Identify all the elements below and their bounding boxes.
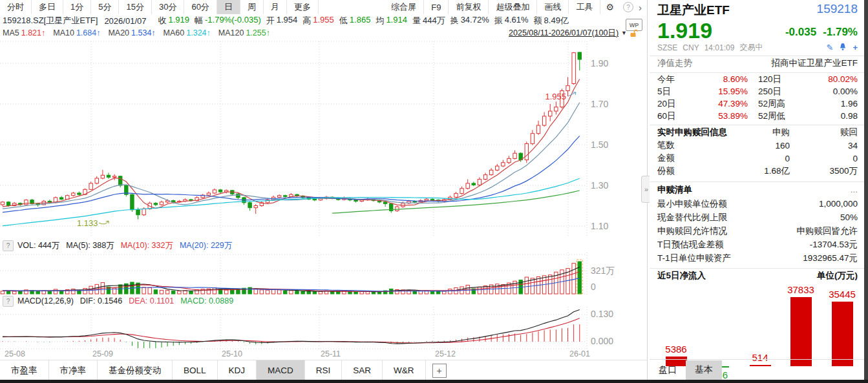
legend-item: MA(10): 332万 — [121, 240, 173, 251]
quote-field-value: 8.49亿 — [544, 15, 569, 26]
macd-chart[interactable]: 0.1300.000 — [0, 307, 647, 349]
unlock-icon[interactable] — [630, 29, 638, 37]
perf-value: 0.00% — [801, 87, 858, 96]
period-tab-分时[interactable]: 分时 — [0, 0, 32, 14]
more-ellipsis[interactable]: ... — [851, 185, 858, 194]
candlestick-chart[interactable]: 1.901.701.501.301.101.9551.133 — [0, 39, 647, 239]
last-price: 1.919 — [657, 20, 712, 41]
fund-name: 卫星产业ETF — [657, 2, 730, 19]
quote-time: 14:01:09 — [704, 43, 735, 52]
x-axis-label: 25-10 — [222, 349, 242, 358]
date-range-label[interactable]: 2025/08/11-2026/01/07(100日) — [509, 28, 619, 39]
performance-row: 20日47.39%52周高1.96 — [650, 98, 864, 110]
redemption-row-label: T-1日单位申赎资产 — [657, 253, 731, 264]
toolbar-right: 综合屏F9前复权超级叠加画线工具 ⚙ ? › — [384, 0, 647, 14]
edit-icon[interactable]: ✎ — [827, 43, 834, 52]
tool-button-超级叠加[interactable]: 超级叠加 — [489, 0, 537, 14]
quote-fields: 收1.919幅-1.79%(-0.035)开1.954高1.955低1.865均… — [153, 15, 568, 26]
chevron-right-icon[interactable]: › — [637, 2, 647, 13]
indicator-tab-RSI[interactable]: RSI — [305, 360, 343, 380]
alert-bell-icon[interactable] — [839, 43, 847, 53]
perf-label: 120日 — [758, 74, 801, 85]
netflow-bar — [832, 302, 853, 366]
volume-chart[interactable]: 321万0 — [0, 253, 647, 295]
perf-label: 60日 — [657, 110, 691, 122]
macd-help-icon[interactable]: ? — [3, 296, 14, 307]
redemption-row-value: 申购赎回皆允许 — [797, 225, 858, 237]
indicator-tab-市净率[interactable]: 市净率 — [49, 360, 98, 380]
svg-text:1.10: 1.10 — [591, 221, 608, 231]
redemption-row: T-1日单位申赎资产1932965.47元 — [650, 251, 864, 265]
ma-value: 1.534↑ — [131, 28, 156, 37]
sub-row-label: 金额 — [657, 152, 703, 164]
quote-field-label: 振 — [494, 15, 503, 26]
indicator-tab-KDJ[interactable]: KDJ — [218, 360, 257, 380]
perf-label: 250日 — [758, 86, 801, 98]
quote-field-label: 幅 — [195, 15, 203, 26]
quote-field-value: 1.955 — [313, 15, 334, 26]
ma-label: MA5 — [3, 28, 19, 37]
indicator-tab-MACD[interactable]: MACD — [257, 360, 305, 380]
tool-button-工具[interactable]: 工具 — [569, 0, 600, 14]
tool-button-F9[interactable]: F9 — [424, 0, 449, 14]
period-tab-周[interactable]: 周 — [240, 0, 264, 14]
indicator-tabbar: 市盈率市净率基金份额变动BOLLKDJMACDRSISARW&R+ — [0, 360, 647, 380]
ma-legend-MA10: MA101.684↑ — [53, 28, 100, 37]
add-indicator-button[interactable]: + — [432, 364, 447, 378]
ma-legend-MA120: MA1201.255↑ — [218, 28, 270, 37]
tool-button-画线[interactable]: 画线 — [537, 0, 569, 14]
indicator-tab-W&R[interactable]: W&R — [383, 360, 426, 380]
ma-legend-MA60: MA601.324↑ — [164, 28, 211, 37]
gear-icon[interactable]: ⚙ — [600, 2, 619, 12]
exchange-label: SZSE — [657, 43, 677, 52]
legend-item: MACD: 0.0889 — [180, 296, 233, 305]
quote-info-row: 159218.SZ[卫星产业ETF] 2026/01/07 收1.919幅-1.… — [0, 14, 620, 27]
period-tab-更多[interactable]: 更多 — [287, 0, 319, 14]
svg-text:1.30: 1.30 — [591, 180, 608, 191]
perf-label: 5日 — [657, 86, 691, 98]
svg-text:1.90: 1.90 — [591, 58, 608, 68]
date-range-control[interactable]: 2025/08/11-2026/01/07(100日) ▼ — [509, 28, 638, 39]
trading-app: 分时多日1分5分15分30分60分日周月更多 综合屏F9前复权超级叠加画线工具 … — [0, 0, 868, 383]
period-tab-30分[interactable]: 30分 — [152, 0, 184, 14]
trading-status: 交易中 — [739, 42, 763, 53]
panel-tab-基本[interactable]: 基本 — [686, 360, 722, 380]
period-tab-多日[interactable]: 多日 — [32, 0, 63, 14]
legend-item: DIF: 0.1546 — [80, 296, 122, 305]
tool-button-综合屏[interactable]: 综合屏 — [384, 0, 424, 14]
full-fund-name: 招商中证卫星产业ETF — [772, 57, 858, 69]
quote-field-value: 1.865 — [350, 15, 371, 26]
fund-code: 159218 — [817, 2, 858, 16]
performance-grid: 今年8.60%120日80.02%5日15.95%250日0.00%20日47.… — [650, 73, 864, 122]
add-watchlist-icon[interactable]: + — [852, 43, 858, 52]
redemption-row: 申购赎回允许情况申购赎回皆允许 — [650, 224, 864, 238]
ma-label: MA10 — [53, 28, 74, 37]
period-tab-1分[interactable]: 1分 — [63, 0, 91, 14]
volume-legend-items: VOL: 444万MA(5): 388万MA(10): 332万MA(20): … — [17, 240, 238, 251]
indicator-tab-市盈率[interactable]: 市盈率 — [0, 360, 49, 380]
indicator-tab-SAR[interactable]: SAR — [342, 360, 383, 380]
volume-help-icon[interactable]: ? — [3, 240, 14, 251]
tool-button-前复权[interactable]: 前复权 — [449, 0, 489, 14]
quote-panel: 卫星产业ETF 159218 1.919 -0.035-1.79% SZSE C… — [650, 0, 864, 380]
ma-legend-MA20: MA201.534↑ — [108, 28, 155, 37]
indicator-tab-基金份额变动[interactable]: 基金份额变动 — [98, 360, 173, 380]
caret-down-icon[interactable]: ▼ — [621, 30, 627, 36]
perf-value: 80.02% — [801, 74, 858, 84]
volume-legend-row: ? VOL: 444万MA(5): 388万MA(10): 332万MA(20)… — [0, 240, 647, 252]
nav-trend-label[interactable]: 净值走势 — [657, 57, 692, 69]
period-tab-月[interactable]: 月 — [264, 0, 287, 14]
panel-tab-盘口[interactable]: 盘口 — [650, 360, 686, 380]
perf-value: 0.98 — [801, 111, 858, 121]
quote-field-value: 1.919 — [168, 15, 189, 26]
redemption-row: 最小申赎单位份额1,000,000 — [650, 197, 864, 211]
help-icon[interactable]: ? — [623, 2, 633, 12]
period-tab-日[interactable]: 日 — [217, 0, 240, 14]
indicator-tab-BOLL[interactable]: BOLL — [173, 360, 218, 380]
period-tab-5分[interactable]: 5分 — [91, 0, 119, 14]
period-tab-15分[interactable]: 15分 — [119, 0, 151, 14]
period-tab-60分[interactable]: 60分 — [184, 0, 217, 14]
scrollbar[interactable] — [864, 0, 868, 380]
x-axis-label: 25-08 — [5, 349, 25, 358]
quote-field-label: 开 — [266, 15, 275, 26]
